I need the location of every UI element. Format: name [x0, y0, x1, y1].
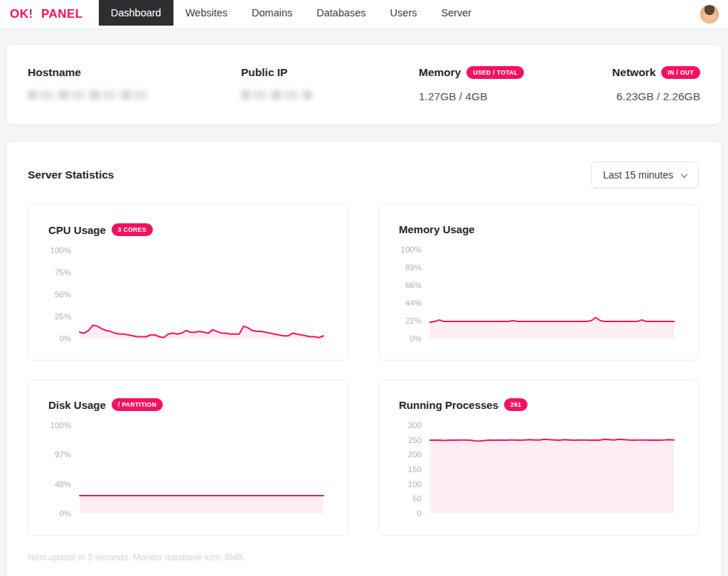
server-statistics-card: Server Statistics Last 15 minutes CPU Us…: [6, 141, 722, 576]
network-block: NetworkIN / OUT 6.23GB / 2.26GB: [612, 66, 700, 103]
cpu-usage-card: CPU Usage 3 CORES 100%75%50%25%0%: [28, 204, 348, 361]
nav-item-users[interactable]: Users: [378, 0, 429, 26]
network-label-text: Network: [612, 66, 655, 78]
hostname-label: Hostname: [28, 66, 241, 79]
y-axis-tick-label: 44%: [405, 299, 422, 307]
memory-value: 1.27GB / 4GB: [419, 90, 612, 103]
y-axis-tick-label: 100: [408, 480, 422, 489]
y-axis-tick-label: 50%: [55, 290, 71, 299]
server-overview-card: Hostname Public IP MemoryUSED / TOTAL 1.…: [6, 44, 722, 125]
disk-y-axis: 100%97%48%0%: [48, 425, 80, 513]
nav-item-server[interactable]: Server: [429, 0, 483, 26]
cpu-plot-area: [80, 250, 323, 338]
y-axis-tick-label: 25%: [55, 312, 71, 321]
y-axis-tick-label: 75%: [55, 268, 71, 277]
y-axis-tick-label: 89%: [405, 263, 422, 272]
y-axis-tick-label: 0%: [410, 334, 422, 343]
disk-usage-title: Disk Usage: [48, 399, 106, 411]
public-ip-value-redacted: [241, 90, 312, 100]
y-axis-tick-label: 0%: [59, 509, 71, 518]
memory-label: MemoryUSED / TOTAL: [419, 66, 612, 79]
y-axis-tick-label: 100%: [50, 246, 71, 255]
top-navigation-bar: OK! PANEL Dashboard Websites Domains Dat…: [0, 0, 728, 28]
cpu-y-axis: 100%75%50%25%0%: [48, 250, 80, 338]
running-processes-card: Running Processes 261 300250200150100500: [378, 379, 699, 535]
disk-usage-chart: 100%97%48%0%: [48, 425, 323, 513]
chart-grid: CPU Usage 3 CORES 100%75%50%25%0% Memory…: [28, 204, 699, 535]
cpu-usage-chart: 100%75%50%25%0%: [48, 250, 323, 338]
y-axis-tick-label: 300: [408, 421, 422, 430]
network-value: 6.23GB / 2.26GB: [612, 90, 700, 103]
running-processes-header: Running Processes 261: [399, 398, 674, 411]
y-axis-tick-label: 250: [408, 436, 422, 444]
y-axis-tick-label: 0: [417, 509, 422, 518]
y-axis-tick-label: 97%: [55, 450, 71, 459]
nav-item-websites[interactable]: Websites: [173, 0, 240, 26]
area-fill: [430, 439, 674, 513]
memory-y-axis: 100%89%66%44%22%0%: [399, 250, 430, 338]
running-processes-chart: 300250200150100500: [399, 425, 674, 513]
nav-item-domains[interactable]: Domains: [240, 0, 304, 26]
nav-item-databases[interactable]: Databases: [304, 0, 378, 26]
memory-badge: USED / TOTAL: [466, 66, 524, 79]
processes-plot-area: [430, 425, 674, 513]
public-ip-block: Public IP: [241, 66, 419, 103]
area-fill: [430, 318, 674, 339]
usage-line: [430, 318, 674, 323]
time-range-value: Last 15 minutes: [603, 169, 673, 181]
memory-block: MemoryUSED / TOTAL 1.27GB / 4GB: [419, 66, 612, 103]
hostname-block: Hostname: [28, 66, 241, 103]
y-axis-tick-label: 22%: [405, 316, 422, 325]
process-count-badge: 261: [504, 398, 528, 411]
memory-usage-title: Memory Usage: [399, 223, 475, 235]
area-fill: [80, 496, 323, 513]
y-axis-tick-label: 0%: [59, 334, 71, 343]
cpu-usage-title: CPU Usage: [48, 224, 106, 236]
y-axis-tick-label: 48%: [55, 480, 71, 489]
memory-usage-header: Memory Usage: [399, 223, 674, 235]
main-nav: Dashboard Websites Domains Databases Use…: [99, 0, 483, 28]
disk-partition-badge: / PARTITION: [112, 398, 163, 411]
memory-usage-card: Memory Usage 100%89%66%44%22%0%: [378, 204, 699, 361]
user-avatar[interactable]: [700, 4, 719, 24]
disk-plot-area: [80, 425, 323, 513]
y-axis-tick-label: 66%: [405, 281, 422, 289]
public-ip-label: Public IP: [241, 66, 419, 79]
chevron-down-icon: [681, 171, 688, 178]
nav-item-dashboard[interactable]: Dashboard: [99, 0, 173, 26]
disk-usage-header: Disk Usage / PARTITION: [48, 398, 323, 411]
cpu-usage-header: CPU Usage 3 CORES: [48, 223, 323, 236]
disk-usage-card: Disk Usage / PARTITION 100%97%48%0%: [28, 379, 348, 535]
stats-title: Server Statistics: [28, 169, 114, 181]
update-status-note: Next update in 3 seconds. Monitor databa…: [28, 553, 699, 562]
y-axis-tick-label: 50: [412, 494, 422, 503]
y-axis-tick-label: 200: [408, 450, 422, 459]
memory-usage-chart: 100%89%66%44%22%0%: [399, 250, 674, 338]
y-axis-tick-label: 100%: [401, 245, 422, 254]
cpu-cores-badge: 3 CORES: [112, 223, 153, 236]
memory-plot-area: [430, 250, 674, 338]
running-processes-title: Running Processes: [399, 399, 498, 411]
app-logo: OK! PANEL: [0, 7, 90, 21]
stats-header: Server Statistics Last 15 minutes: [28, 161, 699, 188]
y-axis-tick-label: 150: [408, 465, 422, 474]
processes-y-axis: 300250200150100500: [399, 425, 430, 513]
time-range-select[interactable]: Last 15 minutes: [591, 161, 699, 188]
hostname-value-redacted: [28, 90, 149, 100]
network-label: NetworkIN / OUT: [612, 66, 700, 79]
y-axis-tick-label: 100%: [50, 421, 71, 430]
network-badge: IN / OUT: [661, 66, 700, 79]
memory-label-text: Memory: [419, 66, 461, 78]
